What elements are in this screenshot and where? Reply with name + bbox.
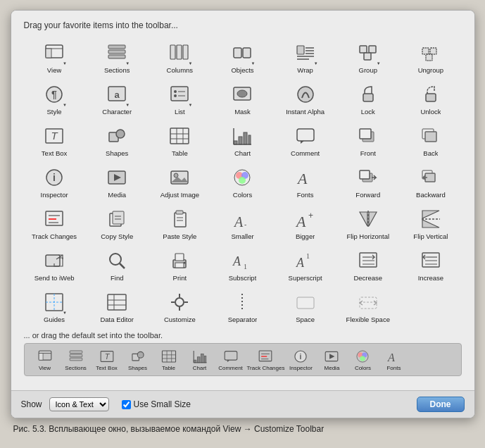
bigger-icon: A+ (293, 206, 318, 232)
strip-s-shapes-icon (128, 348, 148, 365)
tool-item-list[interactable]: List (149, 79, 210, 118)
tool-item-find[interactable]: Find (87, 245, 148, 284)
strip-item-s-fonts[interactable]: AFonts (379, 348, 408, 371)
strip-item-s-sections[interactable]: Sections (61, 348, 91, 371)
character-icon: a (104, 82, 130, 107)
superscript-label: Superscript (289, 274, 322, 282)
tool-item-flexible-space[interactable]: Flexible Space (337, 287, 398, 325)
ungroup-label: Ungroup (418, 66, 443, 74)
tool-item-ungroup[interactable]: Ungroup (400, 37, 461, 76)
tool-item-subscript[interactable]: A1Subscript (212, 245, 273, 284)
tool-item-back[interactable]: Back (400, 120, 461, 159)
tool-item-table[interactable]: Table (149, 120, 210, 159)
style-icon: ¶ (42, 82, 67, 107)
strip-s-comment-label: Comment (218, 365, 243, 371)
show-select[interactable]: Icon & Text (49, 397, 109, 411)
tool-item-separator[interactable]: Separator (212, 287, 273, 325)
strip-item-s-chart[interactable]: Chart (185, 348, 215, 371)
strip-item-s-inspector[interactable]: iInspector (286, 348, 315, 371)
svg-line-98 (120, 263, 125, 268)
tool-item-objects[interactable]: Objects (212, 37, 273, 76)
svg-text:i: i (53, 172, 56, 183)
svg-rect-17 (360, 46, 367, 53)
tool-item-shapes[interactable]: Shapes (87, 120, 148, 159)
tool-item-bigger[interactable]: A+Bigger (275, 204, 336, 242)
fonts-label: Fonts (297, 191, 314, 199)
svg-rect-141 (162, 351, 175, 362)
strip-item-s-shapes[interactable]: Shapes (123, 348, 153, 371)
small-size-checkbox[interactable] (122, 400, 131, 409)
sections-label: Sections (104, 66, 130, 74)
tool-item-comment[interactable]: Comment (275, 120, 336, 159)
tool-item-style[interactable]: ¶Style (24, 79, 85, 118)
svg-text:1: 1 (244, 263, 247, 270)
tool-item-send-to-web[interactable]: Send to iWeb (24, 245, 85, 284)
tool-item-instant-alpha[interactable]: Instant Alpha (275, 79, 336, 118)
tool-item-flip-horizontal[interactable]: Flip Horizontal (337, 204, 398, 242)
strip-item-s-colors[interactable]: Colors (348, 348, 377, 371)
small-size-label[interactable]: Use Small Size (122, 399, 191, 409)
forward-label: Forward (355, 191, 380, 199)
default-toolbar-strip: ViewSectionsTText BoxShapesTableChartCom… (24, 343, 462, 376)
drag-hint-top: Drag your favorite items into the toolba… (24, 20, 462, 30)
strip-s-text-box-label: Text Box (96, 365, 118, 371)
strip-s-sections-icon (66, 348, 86, 365)
tool-item-flip-vertical[interactable]: Flip Vertical (400, 204, 461, 242)
svg-point-30 (174, 94, 177, 97)
tool-item-guides[interactable]: Guides (24, 287, 85, 325)
svg-text:T: T (51, 130, 58, 142)
wrap-label: Wrap (297, 66, 313, 74)
tool-item-customize[interactable]: Customize (149, 287, 210, 325)
tool-item-view[interactable]: View (24, 37, 85, 76)
tool-item-mask[interactable]: Mask (212, 79, 273, 118)
subscript-label: Subscript (229, 274, 257, 282)
strip-item-s-text-box[interactable]: TText Box (92, 348, 122, 371)
tool-item-front[interactable]: Front (337, 120, 398, 159)
svg-point-67 (239, 177, 246, 184)
svg-rect-70 (360, 170, 370, 179)
tool-item-space[interactable]: Space (275, 287, 336, 325)
svg-rect-18 (369, 46, 376, 53)
tool-item-sections[interactable]: Sections (87, 37, 148, 76)
strip-item-s-media[interactable]: Media (317, 348, 346, 371)
tool-item-unlock[interactable]: Unlock (400, 79, 461, 118)
tool-item-media[interactable]: Media (87, 162, 148, 201)
comment-icon (293, 123, 318, 149)
svg-rect-149 (204, 356, 206, 363)
tool-item-decrease[interactable]: Decrease (337, 245, 398, 284)
strip-item-s-table[interactable]: Table (154, 348, 184, 371)
tool-item-wrap[interactable]: Wrap (275, 37, 336, 76)
tool-item-copy-style[interactable]: Copy Style (87, 204, 148, 242)
tool-item-data-editor[interactable]: Data Editor (87, 287, 148, 325)
tool-item-paste-style[interactable]: Paste Style (149, 204, 210, 242)
tool-item-colors[interactable]: Colors (212, 162, 273, 201)
tool-item-character[interactable]: aCharacter (87, 79, 148, 118)
tool-item-lock[interactable]: Lock (337, 79, 398, 118)
strip-item-s-comment[interactable]: Comment (216, 348, 246, 371)
strip-item-s-track-changes[interactable]: Track Changes (247, 348, 285, 371)
tool-item-smaller[interactable]: A-Smaller (212, 204, 273, 242)
tool-item-print[interactable]: Print (149, 245, 210, 284)
tool-item-columns[interactable]: Columns (149, 37, 210, 76)
customize-icon (167, 290, 192, 315)
tool-item-group[interactable]: Group (337, 37, 398, 76)
tool-item-superscript[interactable]: A1Superscript (275, 245, 336, 284)
svg-rect-2 (46, 49, 51, 58)
strip-item-s-view[interactable]: View (30, 348, 60, 371)
svg-rect-3 (108, 45, 125, 49)
tool-item-backward[interactable]: Backward (400, 162, 461, 201)
svg-text:¶: ¶ (51, 89, 57, 100)
adjust-image-label: Adjust Image (160, 191, 199, 199)
tool-item-text-box[interactable]: TText Box (24, 120, 85, 159)
tool-item-track-changes[interactable]: Track Changes (24, 204, 85, 242)
tool-item-fonts[interactable]: AFonts (275, 162, 336, 201)
svg-rect-47 (239, 137, 242, 144)
lock-label: Lock (361, 108, 375, 116)
tool-item-increase[interactable]: Increase (400, 245, 461, 284)
tool-item-forward[interactable]: Forward (337, 162, 398, 201)
done-button[interactable]: Done (417, 397, 465, 412)
tool-item-inspector[interactable]: iInspector (24, 162, 85, 201)
tool-item-adjust-image[interactable]: Adjust Image (149, 162, 210, 201)
list-icon (167, 82, 192, 107)
tool-item-chart[interactable]: Chart (212, 120, 273, 159)
